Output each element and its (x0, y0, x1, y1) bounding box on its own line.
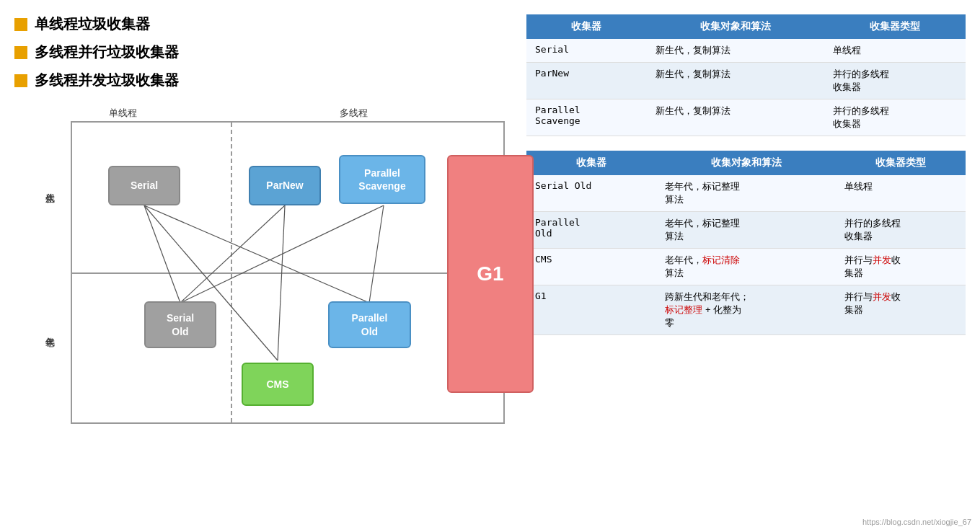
legend-icon-single (14, 18, 27, 31)
cell-algo: 跨新生代和老年代；标记整理 + 化整为零 (656, 285, 836, 335)
svg-line-2 (278, 205, 285, 360)
left-panel: 单线程垃圾收集器 多线程并行垃圾收集器 多线程并发垃圾收集器 单线程 多线程 新… (14, 14, 505, 518)
watermark: https://blog.csdn.net/xiogjie_67 (862, 518, 971, 526)
cell-type: 并行与并发收集器 (836, 249, 966, 285)
cell-algo: 老年代，标记整理算法 (656, 212, 836, 249)
th-algo-1: 收集对象和算法 (647, 14, 824, 39)
svg-line-3 (180, 205, 285, 303)
box-cms: CMS (242, 363, 314, 406)
cell-collector: CMS (526, 249, 656, 285)
diagram-container: Serial ParNew ParallelScavenge G1 Serial… (71, 121, 505, 424)
legend-label-concurrent: 多线程并发垃圾收集器 (35, 71, 179, 90)
red-text-cms: 标记清除 (702, 254, 740, 265)
th-type-2: 收集器类型 (836, 151, 966, 175)
box-parallel-scavenge: ParallelScavenge (339, 155, 425, 204)
cell-type: 单线程 (836, 175, 966, 212)
box-g1: G1 (447, 155, 534, 393)
svg-line-6 (144, 205, 369, 303)
red-text-g1-algo: 标记整理 (665, 304, 702, 315)
cell-collector: Serial (526, 39, 647, 63)
legend-item-concurrent: 多线程并发垃圾收集器 (14, 71, 505, 90)
legend-item-parallel: 多线程并行垃圾收集器 (14, 43, 505, 62)
cell-algo: 新生代，复制算法 (647, 99, 824, 136)
table-row: Serial Old 老年代，标记整理算法 单线程 (526, 175, 966, 212)
table-new-gen: 收集器 收集对象和算法 收集器类型 Serial 新生代，复制算法 单线程 Pa… (526, 14, 966, 136)
th-collector-1: 收集器 (526, 14, 647, 39)
table-row: CMS 老年代，标记清除算法 并行与并发收集器 (526, 249, 966, 285)
cell-type: 并行的多线程收集器 (824, 99, 966, 136)
th-type-1: 收集器类型 (824, 14, 966, 39)
cell-type: 并行的多线程收集器 (836, 212, 966, 249)
cell-type: 单线程 (824, 39, 966, 63)
box-parnew: ParNew (249, 166, 321, 205)
cell-collector: ParallelOld (526, 212, 656, 249)
legend-icon-parallel (14, 46, 27, 59)
th-algo-2: 收集对象和算法 (656, 151, 836, 175)
svg-line-4 (369, 205, 384, 303)
box-serial-old: SerialOld (144, 301, 216, 348)
cell-algo: 老年代，标记整理算法 (656, 175, 836, 212)
cell-type: 并行与并发收集器 (836, 285, 966, 335)
table-row: ParallelScavenge 新生代，复制算法 并行的多线程收集器 (526, 99, 966, 136)
col-header-single: 单线程 (43, 107, 202, 120)
red-text-g1-type: 并发 (873, 291, 891, 302)
table-row: G1 跨新生代和老年代；标记整理 + 化整为零 并行与并发收集器 (526, 285, 966, 335)
legend: 单线程垃圾收集器 多线程并行垃圾收集器 多线程并发垃圾收集器 (14, 14, 505, 90)
table-old-gen: 收集器 收集对象和算法 收集器类型 Serial Old 老年代，标记整理算法 … (526, 151, 966, 335)
right-panel: 收集器 收集对象和算法 收集器类型 Serial 新生代，复制算法 单线程 Pa… (526, 14, 966, 518)
cell-collector: G1 (526, 285, 656, 335)
table-row: ParallelOld 老年代，标记整理算法 并行的多线程收集器 (526, 212, 966, 249)
col-headers: 单线程 多线程 (43, 107, 505, 120)
cell-algo: 新生代，复制算法 (647, 63, 824, 99)
cell-algo: 老年代，标记清除算法 (656, 249, 836, 285)
legend-icon-concurrent (14, 74, 27, 87)
horizontal-divider (72, 272, 503, 274)
box-parallel-old: ParallelOld (328, 301, 411, 348)
cell-collector: ParNew (526, 63, 647, 99)
box-serial: Serial (108, 166, 180, 205)
table-row: Serial 新生代，复制算法 单线程 (526, 39, 966, 63)
cell-algo: 新生代，复制算法 (647, 39, 824, 63)
red-text-cms-type: 并发 (873, 254, 891, 265)
cell-collector: Serial Old (526, 175, 656, 212)
svg-line-0 (144, 205, 180, 303)
table-row: ParNew 新生代，复制算法 并行的多线程收集器 (526, 63, 966, 99)
col-header-multi: 多线程 (202, 107, 505, 120)
cell-collector: ParallelScavenge (526, 99, 647, 136)
cell-type: 并行的多线程收集器 (824, 63, 966, 99)
diagram-wrapper: 单线程 多线程 新生代 老年代 (14, 107, 505, 424)
svg-line-5 (180, 205, 384, 303)
legend-label-single: 单线程垃圾收集器 (35, 14, 150, 34)
legend-item-single: 单线程垃圾收集器 (14, 14, 505, 34)
th-collector-2: 收集器 (526, 151, 656, 175)
legend-label-parallel: 多线程并行垃圾收集器 (35, 43, 179, 62)
